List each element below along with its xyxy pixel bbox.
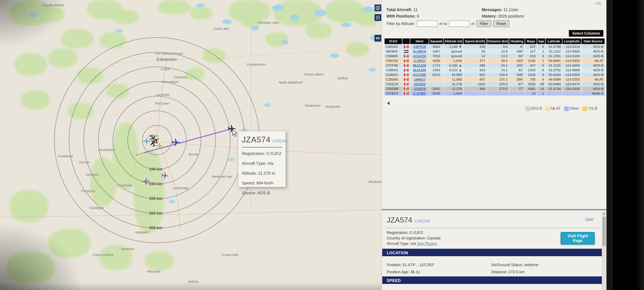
ident-link[interactable]: KLM678 (413, 50, 426, 53)
table-row-JZA574[interactable]: C05D08JZA574316111,278994272.577°4931145… (384, 87, 605, 91)
ident-link[interactable]: 144615 (414, 78, 425, 81)
map-canvas[interactable]: Grande PrairieMeadow LakeCold LakeFort S… (0, 0, 382, 290)
table-row-WJA129[interactable]: C07F6EWJA12917136,332 ▲56623.1245°447051… (384, 63, 605, 68)
ident-link[interactable]: C-GPCI (414, 59, 426, 63)
map-layers-button[interactable] (374, 4, 382, 12)
plane-yellow-east[interactable] (155, 142, 164, 150)
table-header-row[interactable]: ICAOIdentSquawkAltitude (m)Speed (km/h)D… (384, 38, 605, 44)
cell-age: 1 (537, 49, 545, 54)
scrollbar-thumb[interactable] (602, 217, 606, 246)
aircraft-type-line: Aircraft Type: n/a See Photos (387, 241, 437, 246)
column-header-squawk[interactable]: Squawk (429, 38, 444, 44)
ident-link[interactable]: ACA214 (413, 54, 426, 58)
legend-item-adsb: ADS-B (525, 106, 542, 111)
cell-squawk: 0445 (429, 91, 444, 96)
cell-altitude: 11,278 (444, 87, 463, 91)
city-label: Helena (188, 280, 199, 283)
ident-link[interactable]: ACA305 (413, 73, 426, 77)
ident-link[interactable]: ASP519 (413, 45, 426, 49)
table-row-ACA214[interactable]: C06808ACA2147016ground1413.260°413451.12… (384, 54, 605, 58)
city-label: Cranbrook (116, 183, 132, 187)
aircraft-tooltip: JZA574C05D08 Registration: C-GJFZAircraf… (238, 131, 286, 187)
altitude-min-input[interactable] (417, 21, 438, 27)
select-columns-button[interactable]: Select Columns (569, 30, 604, 37)
city-label: Castlegar (89, 206, 104, 210)
column-header-longitude[interactable]: Longitude (562, 38, 581, 44)
cell-distance: 23.1 (487, 63, 509, 68)
total-aircraft-label: Total Aircraft: (386, 8, 412, 12)
cell-altitude: 8,222 ▲ (444, 68, 463, 72)
cell-msgs: 447 (525, 63, 537, 68)
table-row-WJA206[interactable]: C080A2WJA20613548,222 ▲91374.191°1316051… (384, 68, 605, 72)
see-photos-link[interactable]: See Photos (417, 241, 437, 246)
scrollbar-up-arrow[interactable]: ▲ (602, 212, 606, 216)
table-row-KLM678[interactable]: 4859E6KLM6781307ground2612.9180°117151.1… (384, 49, 605, 54)
range-ring-label: 200 km (149, 196, 162, 201)
table-row-C-GPCI[interactable]: C06C81C-GPCI45331,64637718.5263°1235150.… (384, 59, 605, 63)
cell-squawk: 1307 (429, 49, 444, 54)
cell-lat: 51.1131 (546, 63, 562, 68)
detail-scrollbar[interactable]: ▲ (602, 211, 606, 290)
table-row-ACA305[interactable]: C0482CACA305621410,958602119.5268°104205… (384, 73, 605, 77)
cell-lon: -113.0898 (562, 68, 581, 72)
column-header-msgs[interactable]: Msgs (525, 38, 537, 44)
plane-purple-east[interactable] (160, 171, 169, 180)
table-body: C00164ASP51945641,166 ▼2339.60°437551.07… (384, 45, 605, 96)
column-header-latitude[interactable]: Latitude (546, 38, 562, 44)
airground-status-line: Air/Ground Status: airborne (491, 263, 538, 267)
ident-link[interactable]: JZA574 (414, 87, 426, 91)
cell-flag (402, 54, 410, 58)
column-header-ident[interactable]: Ident (410, 38, 429, 44)
left-right-arrows-icon (376, 37, 380, 40)
cell-distance: 119.5 (487, 73, 509, 77)
cell-icao: C01E10 (384, 82, 402, 86)
table-row-C-GTBF[interactable]: C076F4C-GTBF04451,654121Mode S (384, 91, 605, 96)
cell-squawk: 7016 (429, 54, 444, 58)
netherlands-flag-icon (404, 50, 408, 53)
cell-distance: 9.6 (487, 45, 509, 49)
column-header-altitude-m[interactable]: Altitude (m) (444, 38, 463, 44)
cell-flag (402, 45, 410, 49)
column-header-distance-km[interactable]: Distance (km) (487, 38, 509, 44)
cell-age: 1 (537, 59, 545, 63)
cell-ident: JZA574 (410, 87, 429, 91)
map-icon (376, 6, 380, 10)
table-row-144615[interactable]: C283A514461511,583607137.2269°705449.839… (384, 77, 605, 82)
canada-flag-icon (404, 73, 408, 76)
cell-heading: 269° (509, 77, 525, 82)
plane-darkblue-east[interactable] (171, 138, 180, 147)
column-header-icao[interactable]: ICAO (384, 38, 402, 44)
aircraft-list-button[interactable] (374, 14, 382, 21)
cell-squawk (429, 82, 444, 86)
filter-button[interactable]: Filter (476, 20, 491, 27)
table-row-JZA622[interactable]: C01E10JZA62211,2781023225.587°25203950.8… (384, 82, 605, 86)
cell-ident: KLM678 (410, 49, 429, 54)
aircraft-icon (155, 142, 164, 150)
tooltip-line: Altitude: 11,278 m (242, 171, 282, 176)
ident-link[interactable]: JZA622 (414, 82, 426, 86)
column-header-age[interactable]: Age (537, 38, 545, 44)
cell-lon: -113.9325 (562, 59, 581, 63)
column-header-heading[interactable]: Heading (509, 38, 525, 44)
altitude-max-input[interactable] (449, 21, 470, 27)
cell-speed: 913 (464, 68, 486, 72)
visit-flight-page-button[interactable]: Visit Flight Page (560, 232, 595, 244)
city-label: Camrose (174, 75, 188, 79)
aircraft-icon (171, 138, 180, 147)
table-scroll-left-arrow[interactable] (387, 102, 390, 105)
cell-heading: 268° (509, 73, 525, 77)
ident-link[interactable]: WJA129 (413, 64, 426, 67)
column-header-data-source[interactable]: Data Source (581, 38, 605, 44)
tooltip-icao: C05D08 (272, 139, 287, 143)
collapse-panel-button[interactable] (374, 35, 382, 42)
filter-unit-mid: m to (439, 22, 447, 26)
ident-link[interactable]: WJA206 (413, 68, 426, 72)
ident-link[interactable]: C-GTBF (413, 92, 426, 95)
cell-heading: 180° (509, 49, 525, 54)
column-header-speed-km-h[interactable]: Speed (km/h) (464, 38, 486, 44)
plane-purple-west[interactable] (142, 177, 150, 186)
column-header-flag[interactable] (402, 38, 410, 44)
table-row-ASP519[interactable]: C00164ASP51945641,166 ▼2339.60°437551.07… (384, 45, 605, 49)
close-link[interactable]: Close (585, 217, 594, 221)
reset-button[interactable]: Reset (493, 20, 509, 27)
